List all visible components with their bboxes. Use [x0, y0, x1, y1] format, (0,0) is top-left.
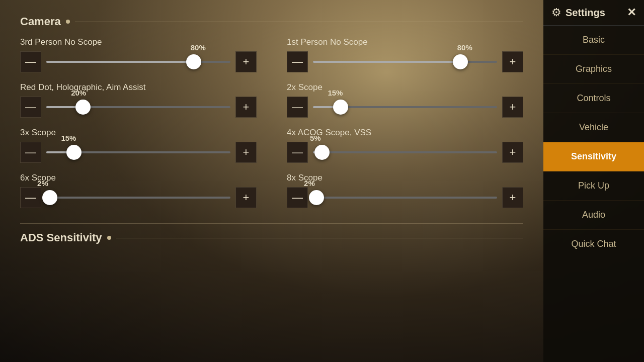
slider-fill-third-person-no-scope [46, 61, 194, 63]
camera-title-dot [66, 20, 70, 24]
nav-items: BasicGraphicsControlsVehicleSensitivityP… [543, 26, 644, 362]
slider-container-2x-scope[interactable]: 15% [313, 97, 497, 118]
slider-thumb-2x-scope[interactable]: 15% [333, 100, 348, 115]
slider-thumb-8x-scope[interactable]: 2% [309, 190, 324, 205]
slider-label-3x-scope: 3x Scope [20, 128, 257, 138]
slider-label-first-person-no-scope: 1st Person No Scope [287, 37, 523, 47]
slider-track-first-person-no-scope: 80% [313, 61, 497, 63]
slider-container-4x-acog[interactable]: 5% [313, 142, 497, 163]
minus-button-red-dot[interactable]: — [20, 97, 41, 118]
slider-row-6x-scope: —2%+ [20, 187, 257, 208]
ads-section-title: ADS Sensitivity [20, 231, 102, 244]
sidebar-item-audio[interactable]: Audio [543, 201, 644, 230]
slider-value-6x-scope: 2% [37, 179, 48, 188]
sidebar: ⚙ Settings ✕ BasicGraphicsControlsVehicl… [543, 0, 644, 362]
slider-track-3x-scope: 15% [46, 151, 230, 153]
plus-button-4x-acog[interactable]: + [502, 142, 523, 163]
slider-value-4x-acog: 5% [310, 134, 321, 142]
settings-icon-area: ⚙ Settings [551, 6, 605, 19]
plus-button-third-person-no-scope[interactable]: + [235, 51, 257, 72]
sidebar-item-pickup[interactable]: Pick Up [543, 171, 644, 201]
slider-row-4x-acog: —5%+ [287, 142, 523, 163]
slider-label-6x-scope: 6x Scope [20, 173, 257, 183]
slider-thumb-red-dot[interactable]: 20% [75, 100, 91, 115]
slider-value-red-dot: 20% [71, 88, 86, 97]
sidebar-item-controls[interactable]: Controls [543, 84, 644, 113]
minus-button-6x-scope[interactable]: — [20, 187, 41, 208]
slider-track-red-dot: 20% [46, 106, 230, 108]
slider-value-3x-scope: 15% [61, 134, 76, 142]
slider-thumb-3x-scope[interactable]: 15% [66, 145, 82, 160]
slider-row-red-dot: —20%+ [20, 97, 257, 118]
plus-button-8x-scope[interactable]: + [502, 187, 523, 208]
slider-track-third-person-no-scope: 80% [46, 61, 230, 63]
sidebar-item-graphics[interactable]: Graphics [543, 55, 644, 84]
slider-track-6x-scope: 2% [46, 197, 230, 199]
sliders-grid: 3rd Person No Scope—80%+1st Person No Sc… [20, 37, 523, 208]
camera-section-title: Camera [20, 15, 523, 28]
ads-title-line [116, 238, 523, 238]
slider-row-first-person-no-scope: —80%+ [287, 51, 523, 72]
minus-button-2x-scope[interactable]: — [287, 97, 308, 118]
slider-track-2x-scope: 15% [313, 106, 497, 108]
minus-button-8x-scope[interactable]: — [287, 187, 308, 208]
slider-thumb-third-person-no-scope[interactable]: 80% [186, 54, 201, 69]
slider-label-red-dot: Red Dot, Holographic, Aim Assist [20, 82, 257, 93]
ads-section-dot [107, 236, 111, 240]
slider-group-third-person-no-scope: 3rd Person No Scope—80%+ [20, 37, 257, 72]
slider-fill-first-person-no-scope [313, 61, 460, 63]
plus-button-red-dot[interactable]: + [235, 97, 257, 118]
slider-thumb-6x-scope[interactable]: 2% [42, 190, 57, 205]
slider-thumb-first-person-no-scope[interactable]: 80% [453, 54, 468, 69]
slider-track-4x-acog: 5% [313, 151, 497, 153]
slider-container-6x-scope[interactable]: 2% [46, 187, 230, 208]
slider-value-third-person-no-scope: 80% [191, 43, 206, 52]
slider-group-3x-scope: 3x Scope—15%+ [20, 128, 257, 163]
settings-title: Settings [566, 7, 605, 19]
plus-button-6x-scope[interactable]: + [235, 187, 257, 208]
slider-track-8x-scope: 2% [313, 197, 497, 199]
slider-row-3x-scope: —15%+ [20, 142, 257, 163]
minus-button-third-person-no-scope[interactable]: — [20, 51, 41, 72]
ads-section: ADS Sensitivity [20, 223, 523, 244]
camera-title-line [75, 22, 523, 22]
sidebar-item-quickchat[interactable]: Quick Chat [543, 230, 644, 258]
slider-label-third-person-no-scope: 3rd Person No Scope [20, 37, 257, 47]
minus-button-3x-scope[interactable]: — [20, 142, 41, 163]
slider-container-third-person-no-scope[interactable]: 80% [46, 51, 230, 72]
sidebar-item-sensitivity[interactable]: Sensitivity [543, 142, 644, 171]
minus-button-4x-acog[interactable]: — [287, 142, 308, 163]
camera-title-text: Camera [20, 15, 61, 28]
slider-thumb-4x-acog[interactable]: 5% [314, 145, 330, 160]
slider-container-8x-scope[interactable]: 2% [313, 187, 497, 208]
slider-label-8x-scope: 8x Scope [287, 173, 523, 183]
gear-icon: ⚙ [551, 6, 561, 19]
plus-button-2x-scope[interactable]: + [502, 97, 523, 118]
slider-container-first-person-no-scope[interactable]: 80% [313, 51, 497, 72]
close-button[interactable]: ✕ [627, 6, 636, 19]
slider-row-2x-scope: —15%+ [287, 97, 523, 118]
sidebar-item-basic[interactable]: Basic [543, 26, 644, 55]
slider-value-first-person-no-scope: 80% [457, 43, 472, 52]
slider-row-8x-scope: —2%+ [287, 187, 523, 208]
plus-button-3x-scope[interactable]: + [235, 142, 257, 163]
slider-row-third-person-no-scope: —80%+ [20, 51, 257, 72]
slider-value-2x-scope: 15% [328, 88, 343, 97]
slider-group-red-dot: Red Dot, Holographic, Aim Assist—20%+ [20, 82, 257, 118]
slider-container-red-dot[interactable]: 20% [46, 97, 230, 118]
sidebar-header: ⚙ Settings ✕ [543, 0, 644, 26]
slider-value-8x-scope: 2% [304, 179, 315, 188]
slider-container-3x-scope[interactable]: 15% [46, 142, 230, 163]
slider-group-first-person-no-scope: 1st Person No Scope—80%+ [287, 37, 523, 72]
slider-group-8x-scope: 8x Scope—2%+ [287, 173, 523, 208]
slider-group-6x-scope: 6x Scope—2%+ [20, 173, 257, 208]
slider-label-2x-scope: 2x Scope [287, 82, 523, 93]
main-content: Camera 3rd Person No Scope—80%+1st Perso… [0, 0, 543, 362]
sidebar-item-vehicle[interactable]: Vehicle [543, 113, 644, 142]
slider-group-4x-acog: 4x ACOG Scope, VSS—5%+ [287, 128, 523, 163]
minus-button-first-person-no-scope[interactable]: — [287, 51, 308, 72]
slider-label-4x-acog: 4x ACOG Scope, VSS [287, 128, 523, 138]
plus-button-first-person-no-scope[interactable]: + [502, 51, 523, 72]
slider-group-2x-scope: 2x Scope—15%+ [287, 82, 523, 118]
